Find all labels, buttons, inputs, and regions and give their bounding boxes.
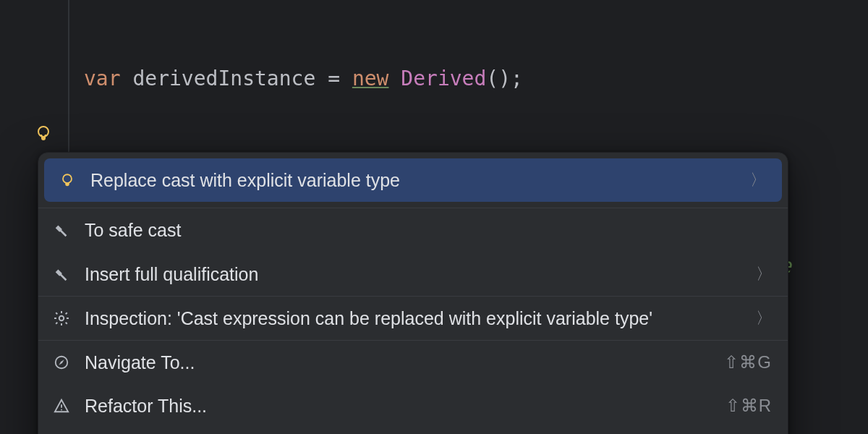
- svg-point-2: [59, 316, 64, 320]
- menu-item-inspection[interactable]: Inspection: 'Cast expression can be repl…: [38, 297, 788, 340]
- menu-item-shortcut: ⇧⌘G: [724, 350, 772, 375]
- menu-item-refactor-this[interactable]: Refactor This... ⇧⌘R: [38, 384, 788, 427]
- warning-icon: [51, 396, 72, 416]
- keyword-var: var: [84, 64, 121, 94]
- call-parens: ();: [486, 64, 523, 94]
- menu-item-shortcut: ⇧⌘R: [726, 393, 772, 419]
- gear-icon: [51, 308, 72, 328]
- menu-section: To safe cast Insert full qualification 〉: [38, 208, 788, 296]
- menu-item-navigate-to[interactable]: Navigate To... ⇧⌘G: [38, 341, 788, 384]
- menu-section: Replace cast with explicit variable type…: [38, 158, 788, 202]
- hammer-icon: [51, 264, 72, 284]
- menu-item-label: Insert full qualification: [85, 261, 743, 287]
- chevron-right-icon: 〉: [750, 169, 766, 192]
- code-line[interactable]: var derivedInstance = new Derived();: [84, 64, 868, 99]
- menu-section: Navigate To... ⇧⌘G Refactor This... ⇧⌘R …: [38, 340, 788, 434]
- intention-popup: Replace cast with explicit variable type…: [38, 152, 788, 434]
- lightbulb-icon[interactable]: [33, 123, 54, 143]
- chevron-right-icon: 〉: [756, 307, 772, 330]
- svg-point-1: [63, 174, 72, 183]
- operator-equals: =: [328, 64, 340, 94]
- lightbulb-icon: [57, 170, 77, 190]
- svg-point-0: [38, 127, 48, 137]
- menu-item-to-safe-cast[interactable]: To safe cast: [38, 208, 788, 252]
- chevron-right-icon: 〉: [756, 263, 772, 286]
- menu-item-label: Inspection: 'Cast expression can be repl…: [85, 305, 743, 331]
- keyword-new: new: [352, 64, 389, 94]
- identifier: derivedInstance: [132, 64, 315, 94]
- menu-item-label: Refactor This...: [85, 393, 712, 419]
- menu-item-replace-cast[interactable]: Replace cast with explicit variable type…: [44, 158, 782, 202]
- svg-point-5: [61, 409, 62, 411]
- menu-item-label: Replace cast with explicit variable type: [90, 167, 737, 193]
- menu-section: Inspection: 'Cast expression can be repl…: [38, 296, 788, 340]
- menu-item-label: To safe cast: [85, 217, 772, 243]
- menu-item-label: Navigate To...: [85, 349, 711, 375]
- menu-item-insert-full-qualification[interactable]: Insert full qualification 〉: [38, 252, 788, 296]
- type-name: Derived: [401, 64, 486, 94]
- compass-icon: [51, 352, 72, 373]
- hammer-icon: [51, 220, 72, 240]
- menu-item-inspect-this[interactable]: Inspect This... ⌥⇧⌘A: [38, 428, 788, 435]
